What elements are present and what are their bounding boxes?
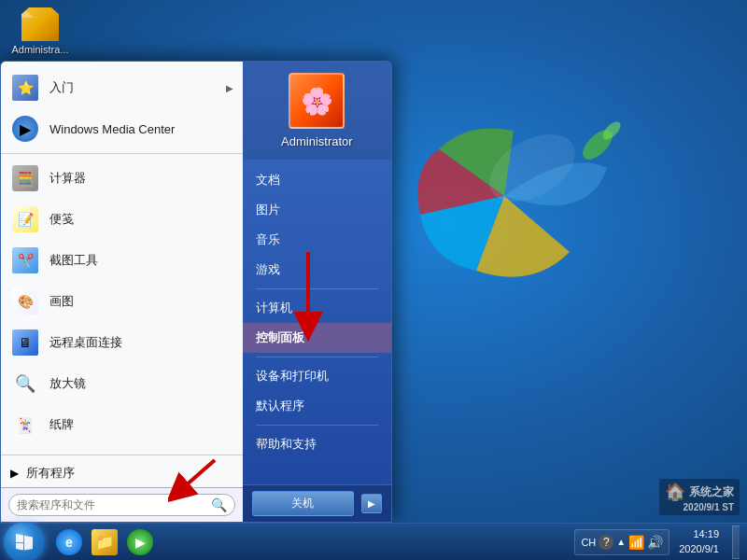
shutdown-button[interactable]: 关机 — [252, 491, 354, 516]
user-section: 🌸 Administrator — [243, 62, 391, 160]
tray-icons-group: CH ? ▲ 📶 🔊 — [574, 529, 669, 555]
right-item-default-programs[interactable]: 默认程序 — [243, 391, 391, 421]
user-name: Administrator — [281, 134, 353, 148]
start-item-paint-label: 画图 — [49, 293, 74, 310]
media-player-icon: ▶ — [127, 529, 153, 555]
start-item-calculator[interactable]: 🧮 计算器 — [1, 158, 243, 199]
windows-flag-icon — [13, 531, 35, 553]
start-item-sticky-notes-label: 便笺 — [49, 211, 74, 228]
tray-language-indicator[interactable]: CH — [581, 537, 596, 548]
start-item-windows-media-center[interactable]: ▶ Windows Media Center — [1, 108, 243, 149]
windows-logo — [383, 75, 626, 317]
shutdown-bar: 关机 ▶ — [243, 484, 391, 522]
start-item-solitaire-label: 纸牌 — [49, 416, 74, 433]
shutdown-arrow-button[interactable]: ▶ — [361, 494, 382, 513]
start-item-calculator-label: 计算器 — [49, 170, 86, 187]
taskbar-explorer-icon[interactable]: 📁 — [88, 525, 121, 559]
right-item-games[interactable]: 游戏 — [243, 255, 391, 285]
start-item-snipping-tool[interactable]: ✂️ 截图工具 — [1, 240, 243, 281]
watermark-brand: 🏠 系统之家 — [665, 482, 734, 502]
folder-icon — [21, 7, 59, 41]
start-item-remote-desktop[interactable]: 🖥 远程桌面连接 — [1, 322, 243, 363]
search-input-wrapper[interactable]: 🔍 — [8, 494, 235, 516]
tray-help-icon[interactable]: ? — [599, 535, 613, 550]
calculator-icon: 🧮 — [10, 163, 40, 193]
paint-icon: 🎨 — [10, 287, 40, 316]
right-item-music[interactable]: 音乐 — [243, 225, 391, 255]
start-orb — [4, 522, 45, 561]
start-item-sticky-notes[interactable]: 📝 便笺 — [1, 199, 243, 240]
start-item-getting-started-label: 入门 — [49, 79, 74, 96]
separator-1 — [1, 153, 243, 154]
right-item-devices-printers[interactable]: 设备和打印机 — [243, 361, 391, 391]
search-box: 🔍 — [1, 487, 243, 522]
right-item-control-panel[interactable]: 控制面板 — [243, 323, 391, 353]
taskbar: e 📁 ▶ CH ? ▲ 📶 🔊 14:19 2020/9/1 — [0, 523, 747, 560]
start-menu-left-panel: ⭐ 入门 ▶ ▶ Windows Media Center 🧮 — [1, 62, 243, 522]
remote-desktop-icon: 🖥 — [10, 328, 40, 357]
tray-expand-icon[interactable]: ▲ — [616, 537, 626, 547]
taskbar-wmp-icon[interactable]: ▶ — [123, 525, 157, 559]
watermark-date: 2020/9/1 ST — [665, 502, 734, 512]
right-item-computer[interactable]: 计算机 — [243, 293, 391, 323]
solitaire-icon: 🃏 — [10, 410, 40, 440]
windows-media-center-icon: ▶ — [10, 114, 40, 144]
start-item-magnifier[interactable]: 🔍 放大镜 — [1, 363, 243, 404]
start-item-magnifier-label: 放大镜 — [49, 375, 86, 392]
ie-browser-icon: e — [56, 529, 82, 555]
start-item-remote-desktop-label: 远程桌面连接 — [49, 334, 122, 351]
start-menu: ⭐ 入门 ▶ ▶ Windows Media Center 🧮 — [0, 61, 392, 523]
start-item-getting-started[interactable]: ⭐ 入门 ▶ — [1, 67, 243, 108]
magnifier-icon: 🔍 — [10, 369, 40, 399]
right-item-documents[interactable]: 文档 — [243, 165, 391, 195]
watermark: 🏠 系统之家 2020/9/1 ST — [659, 479, 740, 515]
right-item-help-support[interactable]: 帮助和支持 — [243, 429, 391, 459]
all-programs-label: 所有程序 — [26, 465, 75, 482]
start-button[interactable] — [0, 524, 49, 561]
snipping-tool-icon: ✂️ — [10, 245, 40, 275]
getting-started-arrow: ▶ — [226, 83, 233, 93]
tray-network-icon[interactable]: 📶 — [628, 535, 644, 550]
user-avatar: 🌸 — [289, 73, 345, 129]
clock-time: 14:19 — [679, 527, 719, 541]
taskbar-pinned-icons: e 📁 ▶ — [52, 525, 157, 559]
right-separator-2 — [256, 357, 378, 357]
tray-volume-icon[interactable]: 🔊 — [647, 535, 663, 550]
taskbar-ie-icon[interactable]: e — [52, 525, 86, 559]
start-item-windows-media-center-label: Windows Media Center — [49, 122, 175, 136]
clock-date: 2020/9/1 — [679, 542, 719, 556]
right-menu-items: 文档 图片 音乐 游戏 计算机 控制面板 设备和打印机 默认程序 帮助和支持 — [243, 160, 391, 484]
separator-all-programs — [1, 455, 243, 455]
sticky-notes-icon: 📝 — [10, 204, 40, 234]
start-menu-items-list: ⭐ 入门 ▶ ▶ Windows Media Center 🧮 — [1, 62, 243, 451]
desktop-icon-folder[interactable]: Administra... — [7, 7, 73, 55]
show-desktop-button[interactable] — [732, 525, 740, 559]
tray-clock[interactable]: 14:19 2020/9/1 — [673, 525, 725, 558]
search-icon[interactable]: 🔍 — [211, 497, 227, 512]
start-item-paint[interactable]: 🎨 画图 — [1, 281, 243, 322]
right-item-pictures[interactable]: 图片 — [243, 195, 391, 225]
desktop-icon-label: Administra... — [11, 44, 68, 55]
start-item-snipping-tool-label: 截图工具 — [49, 252, 98, 269]
getting-started-icon: ⭐ — [10, 73, 40, 103]
desktop: Administra... ⭐ 入门 ▶ ▶ Windo — [0, 0, 747, 560]
file-explorer-icon: 📁 — [92, 529, 118, 555]
system-tray: CH ? ▲ 📶 🔊 14:19 2020/9/1 — [574, 525, 747, 559]
start-menu-right-panel: 🌸 Administrator 文档 图片 音乐 游戏 计算机 控制面板 设备和… — [243, 62, 391, 522]
right-separator-3 — [256, 425, 378, 426]
all-programs-button[interactable]: ▶ 所有程序 — [1, 459, 243, 487]
right-separator-1 — [256, 288, 378, 289]
search-input[interactable] — [17, 498, 205, 511]
start-item-solitaire[interactable]: 🃏 纸牌 — [1, 404, 243, 445]
